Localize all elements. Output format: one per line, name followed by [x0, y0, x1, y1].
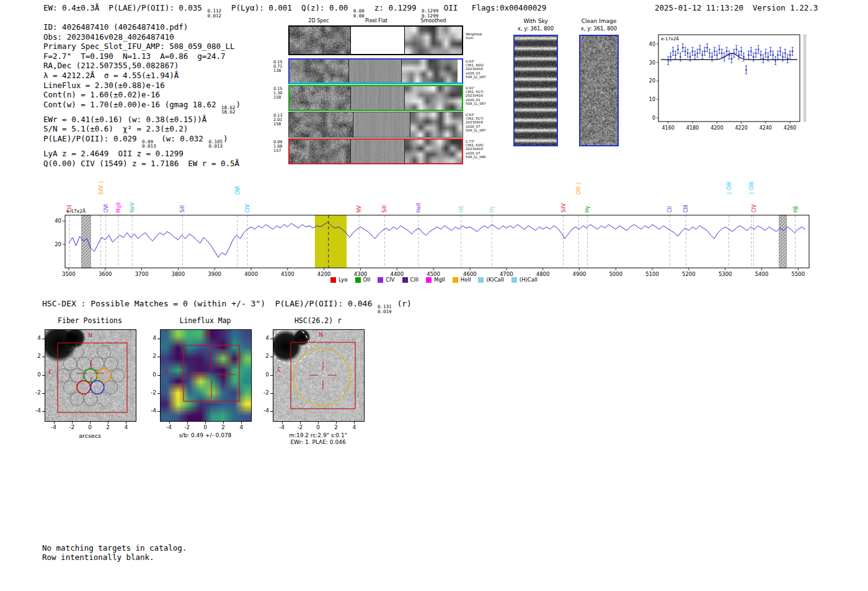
hsc-cutout-xlabel1: m:19.2 rc:2.9" s:0.1"	[260, 432, 376, 438]
legend-label: Lyα	[339, 277, 348, 283]
svg-text:4200: 4200	[711, 125, 723, 130]
info-line: LyA z = 2.4649 OII z = 0.1299	[43, 149, 241, 159]
tick-label: -2	[143, 389, 156, 396]
weighted-2dspec-image	[290, 27, 350, 54]
svg-text:0: 0	[652, 115, 655, 121]
tick-label: -2	[27, 389, 41, 396]
weighted-flat-blank	[350, 27, 405, 54]
cutout-pixelflat-image	[350, 140, 405, 163]
tick-label: -4	[162, 424, 176, 430]
legend-item: OII	[355, 277, 371, 283]
info-line: ID: 4026487410 (4026487410.pdf)	[43, 22, 241, 32]
cutout-pixelflat-image	[353, 112, 410, 137]
fiber-positions-image	[45, 329, 136, 422]
text-segment: EW: 0.4±0.3Å P(LAE)/P(OII): 0.035	[43, 3, 206, 12]
cutout-pixelflat-image	[350, 86, 405, 110]
legend-label: HeII	[461, 277, 471, 283]
tick-label: 4	[255, 335, 269, 341]
cutout-smoothed-image	[410, 112, 463, 137]
full-spectrum-chart: 3500360037003800390040004100420043004400…	[38, 166, 813, 281]
svg-text:e-17x2Å: e-17x2Å	[661, 36, 679, 42]
cutout-2dspec-image	[289, 112, 353, 137]
with-sky-coords: x, y: 361, 800	[511, 25, 560, 32]
clean-image-title: Clean Image	[574, 18, 624, 24]
tick-mark	[126, 422, 126, 424]
legend-item: Lyα	[330, 277, 348, 283]
svg-text:HeII: HeII	[416, 203, 422, 213]
tick-label: 2	[216, 424, 230, 430]
text-segment: P(LAE)/P(OII): 0.029	[43, 134, 141, 143]
info-line: Cont(w) = 1.70(±0.00)e-16 (gmag 18.62 18…	[43, 100, 241, 115]
tick-mark	[270, 411, 273, 412]
info-line: LineFlux = 2.30(±0.88)e-16	[43, 81, 241, 91]
tick-label: 0	[27, 371, 41, 378]
cutout-row-stats: 0.150.71138	[273, 60, 287, 73]
svg-text:OIII }: OIII }	[576, 182, 582, 195]
cutout-smoothed-image	[405, 86, 462, 110]
tick-label: 2	[329, 424, 343, 430]
tick-mark	[157, 357, 160, 357]
stacked-fraction: 0.1120.012	[207, 9, 221, 18]
tick-label: -2	[180, 424, 194, 430]
svg-text:3900: 3900	[208, 271, 221, 277]
legend-label: (K)CaII	[486, 277, 503, 283]
text-segment: (w: 0.032	[157, 134, 208, 143]
svg-text:MgII: MgII	[116, 202, 122, 213]
tick-mark	[270, 339, 273, 339]
tick-mark	[157, 411, 160, 412]
svg-text:3700: 3700	[135, 271, 149, 277]
text-segment: λ = 4212.2Å σ = 4.55(±1.94)Å	[43, 71, 179, 80]
tick-mark	[42, 375, 45, 376]
tick-label: 2	[143, 353, 156, 359]
cutout-row-stats: 0.132.01158	[273, 113, 287, 127]
legend-item: CIII	[402, 277, 418, 283]
weighted-sum-label-line2: Sum	[466, 36, 482, 40]
svg-text:SiII: SiII	[180, 205, 185, 213]
text-segment: EWr = 0.41(±0.16) (w: 0.38(±0.15))Å	[43, 115, 206, 124]
svg-text:4000: 4000	[244, 271, 258, 277]
legend-label: (H)CaII	[520, 277, 538, 283]
legend-item: (H)CaII	[512, 277, 538, 283]
tick-mark	[169, 422, 170, 424]
text-segment: Primary Spec_Slot_IFU_AMP: 508_059_080_L…	[43, 42, 235, 51]
stacked-fraction: 18.6218.62	[221, 105, 236, 115]
tick-mark	[270, 375, 273, 376]
tick-mark	[157, 393, 160, 394]
tick-label: 4	[27, 335, 41, 341]
info-line: F=2.7" T=0.190 N=1.13 A=0.86 g=24.7	[43, 51, 241, 61]
text-segment: )	[236, 100, 241, 109]
svg-text:5100: 5100	[645, 271, 659, 277]
tick-label: -4	[27, 407, 41, 414]
legend-item: CIV	[378, 277, 394, 283]
cutout-row-stats: 0.151.30158	[273, 87, 287, 100]
cutout-smoothed-image	[402, 60, 458, 82]
stacked-fraction: 0.090.013	[142, 140, 156, 149]
clean-image-frame	[579, 35, 619, 146]
text-segment: RA,Dec (212.507355,50.082867)	[43, 61, 179, 70]
tick-mark	[42, 357, 45, 357]
tick-label: 0	[83, 424, 97, 430]
tick-label: 4	[119, 424, 133, 430]
svg-text:Hβ: Hβ	[793, 206, 799, 213]
tick-label: 4	[234, 424, 248, 430]
svg-text:20: 20	[649, 78, 655, 84]
tick-mark	[270, 393, 273, 394]
svg-text:} OIII: } OIII	[749, 182, 755, 195]
spectrum-legend: LyαOIICIVCIIIMgIIHeII(K)CaII(H)CaII	[260, 277, 608, 283]
svg-text:Hδ: Hδ	[459, 206, 464, 213]
tick-label: 2	[101, 424, 115, 430]
hsc-cutout-image	[273, 329, 365, 422]
tick-mark	[336, 422, 337, 424]
tick-label: -2	[255, 389, 269, 396]
svg-text:30: 30	[649, 60, 655, 66]
svg-text:3800: 3800	[172, 271, 185, 277]
tick-mark	[282, 422, 283, 424]
tick-label: -4	[275, 424, 289, 430]
text-segment: S/N = 5.1(±0.6) χ² = 2.3(±0.2)	[43, 124, 188, 133]
legend-swatch	[453, 277, 458, 283]
zoomed-spectrum-chart: 416041804200422042404260010203040e-17x2Å	[640, 29, 811, 130]
svg-text:3500: 3500	[62, 271, 76, 277]
svg-text:CII: CII	[667, 207, 673, 213]
cutout-2dspec-image	[290, 60, 348, 82]
cutout-pixelflat-image	[348, 60, 402, 82]
